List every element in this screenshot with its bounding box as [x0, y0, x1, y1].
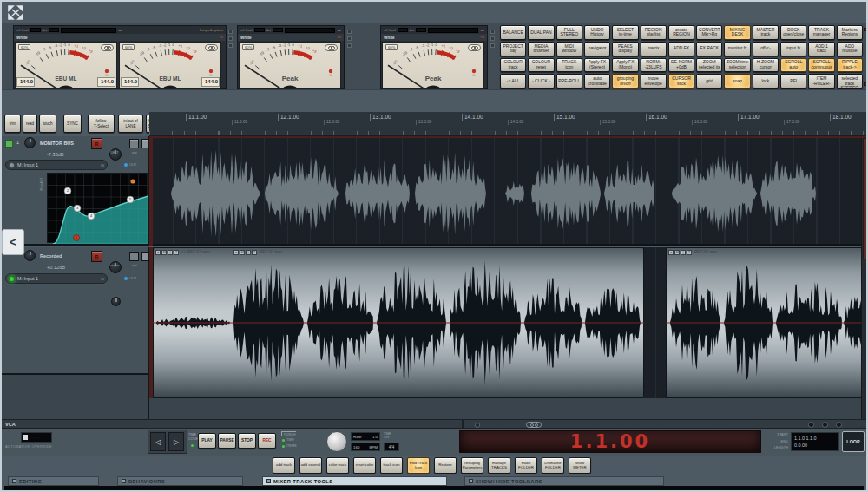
mute-button[interactable] — [129, 252, 139, 261]
toolbar-button-in-out-of-lane[interactable]: in/out of LANE — [118, 115, 143, 133]
ref-level-field[interactable] — [398, 28, 408, 32]
grid-button-convert-mkr-rg[interactable]: CONVERT Mkr>Rg — [696, 25, 722, 40]
grid-button-peaks-display[interactable]: PEAKS display — [612, 42, 638, 56]
meter-window-header[interactable]: ref. level dev ◂ ▸ — [238, 26, 344, 34]
go-to-end-button[interactable]: ▷ — [168, 432, 184, 451]
automation-override-display[interactable]: · · · · — [21, 432, 52, 443]
item-button-icon[interactable]: M — [674, 250, 680, 255]
rate-display[interactable]: Rate:1.0 — [351, 432, 380, 441]
grid-button-input-fx[interactable]: input fx — [780, 42, 806, 56]
pan-knob[interactable] — [24, 250, 36, 261]
pan-knob[interactable] — [24, 137, 36, 148]
item-button-icon[interactable]: T — [252, 250, 257, 255]
reference-scale-chip[interactable]: 60% — [18, 44, 30, 50]
grid-button-select-in-time[interactable]: SELECT in-time — [612, 25, 638, 40]
dock-icon[interactable] — [864, 82, 867, 86]
grid-button-zoom-selected-its[interactable]: ZOOM selected its — [696, 58, 722, 73]
track-tool-manage-tracks[interactable]: manage TRACKS — [488, 457, 510, 474]
grid-button-grouping-on-off[interactable]: grouping on/off — [612, 74, 638, 89]
bpm-display[interactable]: 160BPM — [351, 443, 380, 451]
item-button-icon[interactable]: | — [168, 250, 173, 255]
toolbar-button-read[interactable]: read — [23, 115, 37, 133]
record-arm-button[interactable]: R — [91, 138, 102, 149]
dot-icon[interactable] — [475, 423, 480, 428]
track-tool-add-track[interactable]: add track — [273, 457, 295, 474]
track-color-swatch[interactable] — [5, 140, 13, 148]
grid-button-add-fx[interactable]: ADD FX — [668, 42, 694, 56]
item-button-icon[interactable]: T — [687, 250, 692, 255]
item-button-icon[interactable]: | — [681, 250, 686, 255]
track-tool-dismantle-folder[interactable]: Dismantle FOLDER — [542, 457, 564, 474]
item-button-icon[interactable]: ≡ — [668, 250, 674, 255]
transport-option-icon[interactable] — [822, 422, 828, 428]
options-label[interactable]: Setups & options — [200, 29, 223, 32]
tab-mixer-track-tools[interactable]: MIXER TRACK TOOLS — [262, 476, 447, 486]
window-chrome-icons[interactable] — [347, 30, 352, 48]
empty-arrange-area[interactable] — [149, 398, 861, 419]
grid-button-set-selected-track-stereo[interactable]: Set selected track STEREO — [837, 74, 863, 89]
track-lane-2[interactable]: ≡M|T<< REC-01.wav ≡M|TREC-01.wav ≡M|TREC… — [149, 247, 861, 398]
grid-button-add-multiple[interactable]: ADD multiple — [837, 42, 863, 56]
grid-button-project-bay[interactable]: PROJECT bay — [500, 42, 526, 56]
grid-button-colour-track[interactable]: COLOUR track — [500, 58, 526, 73]
timeline-ruler[interactable]: 11.1.0012.1.0013.1.0014.1.0015.1.0016.1.… — [149, 112, 868, 136]
toolbar-button-sync[interactable]: SYNC — [63, 115, 82, 133]
grid-button-click[interactable]: - CLICK - — [528, 74, 554, 89]
grid-button-colour-reset[interactable]: COLOUR reset — [528, 58, 554, 73]
reference-scale-chip[interactable]: 60% — [242, 44, 254, 50]
grid-button-full-stereo[interactable]: FULL STEREO — [556, 25, 582, 40]
grid-button-track-icon[interactable]: TRACK icon — [556, 58, 582, 73]
track-volume[interactable]: +0.12dB — [47, 265, 65, 270]
stereo-link-icon[interactable] — [468, 44, 481, 51]
preset-field[interactable] — [285, 28, 335, 33]
record-button[interactable]: REC — [258, 433, 276, 449]
grid-button-lock[interactable]: lock — [753, 74, 779, 89]
grid-button-zoom-time-selection[interactable]: ZOOM time selection — [724, 58, 750, 73]
punch-time-label[interactable]: TIME — [286, 438, 294, 442]
grid-button-mixing-desk[interactable]: MIXING DESK — [724, 25, 750, 40]
vertical-scrollbar[interactable] — [861, 138, 868, 419]
fx-name-vertical[interactable]: ReaEQ — [39, 178, 43, 190]
meter-window-header[interactable]: ref. level dev ◂ ▸ — [381, 26, 487, 34]
loop-button[interactable]: LOOP — [842, 431, 865, 452]
item-header[interactable]: ≡M|TREC-01.wav — [668, 249, 717, 255]
toolbar-button-touch[interactable]: touch — [39, 115, 56, 133]
reference-scale-chip[interactable]: 60% — [122, 44, 135, 50]
grid-button-navigator[interactable]: navigator — [584, 42, 610, 56]
pause-button[interactable]: PAUSE — [218, 433, 236, 449]
grid-button-region-playlist[interactable]: REGION playlist — [641, 25, 667, 40]
dock-icon[interactable] — [864, 28, 867, 31]
grid-button-move-envelope[interactable]: move envelope — [641, 74, 667, 89]
grid-button-cursor-stick[interactable]: CURSOR stick — [668, 74, 694, 89]
stereo-link-icon[interactable] — [205, 44, 218, 51]
grid-button-pre-roll[interactable]: PRE-ROLL — [556, 74, 582, 89]
track-tool-reset-color[interactable]: reset color — [353, 457, 376, 474]
track-tool-color-track[interactable]: color track — [326, 457, 349, 474]
item-header[interactable]: ≡M|TREC-01.wav — [233, 249, 282, 255]
playrate-knob[interactable] — [326, 431, 347, 452]
grid-button-add-1-track[interactable]: ADD 1 track — [808, 42, 834, 56]
transport-option-icon[interactable] — [836, 422, 842, 428]
eq-graph[interactable]: 23451 — [47, 173, 148, 243]
toolbar-button-trim[interactable]: trim — [4, 115, 21, 133]
item-button-icon[interactable]: M — [240, 250, 245, 255]
grid-button-ripple-track[interactable]: RIPPLE track-> — [837, 58, 863, 73]
grid-button-auto-crossfade[interactable]: auto crossfade — [584, 74, 610, 89]
track-tool-grouping-parameters[interactable]: Grouping Parameters — [461, 457, 483, 474]
solo-button[interactable] — [141, 252, 148, 261]
track-name[interactable]: Recorded — [40, 253, 62, 259]
grid-button-create-region[interactable]: create REGION — [668, 25, 694, 40]
grid-button-undo-history[interactable]: UNDO History — [584, 25, 610, 40]
grid-button-dock-open-close[interactable]: DOCK open/close — [780, 25, 806, 40]
tab-editing[interactable]: EDITING — [8, 476, 99, 486]
track-name[interactable]: MONITOR BUS — [40, 141, 74, 146]
stop-button[interactable]: STOP — [238, 433, 256, 449]
item-header[interactable]: ≡M|T<< REC-01.wav — [155, 249, 209, 255]
grid-button-all[interactable]: -> ALL — [500, 74, 526, 89]
preset-arrows-icon[interactable]: ◂ ▸ — [480, 29, 484, 32]
item-button-icon[interactable]: ≡ — [233, 250, 239, 255]
reference-scale-chip[interactable]: 60% — [385, 44, 398, 50]
item-button-icon[interactable]: | — [246, 250, 251, 255]
track-tool-show-meter[interactable]: show METER — [569, 457, 591, 474]
monitor-knob[interactable] — [111, 297, 121, 306]
